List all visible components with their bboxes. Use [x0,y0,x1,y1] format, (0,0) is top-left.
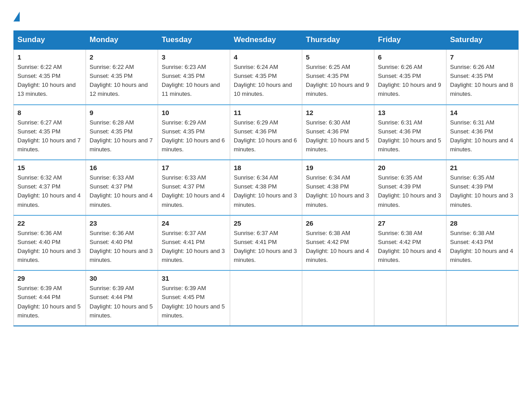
calendar-day-cell: 28 Sunrise: 6:38 AMSunset: 4:43 PMDaylig… [446,215,519,271]
calendar-day-cell: 23 Sunrise: 6:36 AMSunset: 4:40 PMDaylig… [86,215,158,271]
calendar-day-cell: 24 Sunrise: 6:37 AMSunset: 4:41 PMDaylig… [158,215,230,271]
day-number: 10 [162,109,226,116]
calendar-day-cell [302,270,374,326]
weekday-header-wednesday: Wednesday [230,31,302,50]
calendar-day-cell: 18 Sunrise: 6:34 AMSunset: 4:38 PMDaylig… [230,160,302,215]
day-number: 11 [234,109,298,116]
day-number: 27 [378,219,442,227]
weekday-header-thursday: Thursday [302,31,374,50]
day-info: Sunrise: 6:26 AMSunset: 4:35 PMDaylight:… [450,64,513,97]
weekday-header-sunday: Sunday [14,31,86,50]
logo-triangle-icon [13,12,20,21]
weekday-header-monday: Monday [86,31,158,50]
day-info: Sunrise: 6:32 AMSunset: 4:37 PMDaylight:… [17,174,81,208]
day-info: Sunrise: 6:26 AMSunset: 4:35 PMDaylight:… [378,64,441,97]
day-info: Sunrise: 6:37 AMSunset: 4:41 PMDaylight:… [234,230,297,263]
day-number: 17 [162,164,226,171]
day-number: 2 [90,53,154,61]
weekday-header-saturday: Saturday [446,31,519,50]
calendar-day-cell: 5 Sunrise: 6:25 AMSunset: 4:35 PMDayligh… [302,49,374,105]
day-info: Sunrise: 6:39 AMSunset: 4:44 PMDaylight:… [17,285,81,318]
day-number: 1 [17,53,82,61]
calendar-week-row: 22 Sunrise: 6:36 AMSunset: 4:40 PMDaylig… [14,215,519,271]
day-info: Sunrise: 6:28 AMSunset: 4:35 PMDaylight:… [90,119,153,153]
day-info: Sunrise: 6:31 AMSunset: 4:36 PMDaylight:… [450,119,513,153]
calendar-day-cell: 25 Sunrise: 6:37 AMSunset: 4:41 PMDaylig… [230,215,302,271]
day-info: Sunrise: 6:25 AMSunset: 4:35 PMDaylight:… [306,64,369,97]
calendar-day-cell: 13 Sunrise: 6:31 AMSunset: 4:36 PMDaylig… [374,105,446,160]
calendar-day-cell: 15 Sunrise: 6:32 AMSunset: 4:37 PMDaylig… [14,160,86,215]
day-info: Sunrise: 6:30 AMSunset: 4:36 PMDaylight:… [306,119,369,153]
calendar-day-cell: 12 Sunrise: 6:30 AMSunset: 4:36 PMDaylig… [302,105,374,160]
day-info: Sunrise: 6:34 AMSunset: 4:38 PMDaylight:… [234,174,297,208]
day-info: Sunrise: 6:35 AMSunset: 4:39 PMDaylight:… [378,174,441,208]
weekday-header-row: SundayMondayTuesdayWednesdayThursdayFrid… [14,31,519,50]
day-number: 30 [90,274,154,282]
calendar-day-cell: 14 Sunrise: 6:31 AMSunset: 4:36 PMDaylig… [446,105,519,160]
calendar-day-cell: 3 Sunrise: 6:23 AMSunset: 4:35 PMDayligh… [158,49,230,105]
weekday-header-friday: Friday [374,31,446,50]
day-number: 28 [450,219,515,227]
day-number: 5 [306,53,370,61]
calendar-day-cell: 31 Sunrise: 6:39 AMSunset: 4:45 PMDaylig… [158,270,230,326]
calendar-day-cell: 20 Sunrise: 6:35 AMSunset: 4:39 PMDaylig… [374,160,446,215]
day-info: Sunrise: 6:22 AMSunset: 4:35 PMDaylight:… [17,64,76,97]
day-number: 15 [17,164,82,171]
calendar-day-cell: 26 Sunrise: 6:38 AMSunset: 4:42 PMDaylig… [302,215,374,271]
day-number: 24 [162,219,226,227]
day-info: Sunrise: 6:34 AMSunset: 4:38 PMDaylight:… [306,174,369,208]
day-info: Sunrise: 6:33 AMSunset: 4:37 PMDaylight:… [90,174,153,208]
calendar-week-row: 1 Sunrise: 6:22 AMSunset: 4:35 PMDayligh… [14,49,519,105]
calendar-day-cell: 1 Sunrise: 6:22 AMSunset: 4:35 PMDayligh… [14,49,86,105]
day-number: 26 [306,219,370,227]
calendar-day-cell: 29 Sunrise: 6:39 AMSunset: 4:44 PMDaylig… [14,270,86,326]
day-info: Sunrise: 6:33 AMSunset: 4:37 PMDaylight:… [162,174,225,208]
calendar-day-cell: 6 Sunrise: 6:26 AMSunset: 4:35 PMDayligh… [374,49,446,105]
calendar-day-cell: 22 Sunrise: 6:36 AMSunset: 4:40 PMDaylig… [14,215,86,271]
calendar-day-cell: 30 Sunrise: 6:39 AMSunset: 4:44 PMDaylig… [86,270,158,326]
page-header [13,9,519,21]
day-number: 21 [450,164,515,171]
day-number: 6 [378,53,442,61]
calendar-table: SundayMondayTuesdayWednesdayThursdayFrid… [13,30,519,326]
day-number: 25 [234,219,298,227]
day-number: 19 [306,164,370,171]
day-number: 3 [162,53,226,61]
day-number: 16 [90,164,154,171]
day-number: 12 [306,109,370,116]
day-info: Sunrise: 6:24 AMSunset: 4:35 PMDaylight:… [234,64,292,97]
calendar-week-row: 15 Sunrise: 6:32 AMSunset: 4:37 PMDaylig… [14,160,519,215]
calendar-week-row: 8 Sunrise: 6:27 AMSunset: 4:35 PMDayligh… [14,105,519,160]
calendar-day-cell: 8 Sunrise: 6:27 AMSunset: 4:35 PMDayligh… [14,105,86,160]
day-info: Sunrise: 6:31 AMSunset: 4:36 PMDaylight:… [378,119,441,153]
logo [13,9,20,21]
day-info: Sunrise: 6:27 AMSunset: 4:35 PMDaylight:… [17,119,81,153]
calendar-day-cell: 11 Sunrise: 6:29 AMSunset: 4:36 PMDaylig… [230,105,302,160]
calendar-day-cell: 7 Sunrise: 6:26 AMSunset: 4:35 PMDayligh… [446,49,519,105]
calendar-day-cell: 19 Sunrise: 6:34 AMSunset: 4:38 PMDaylig… [302,160,374,215]
day-info: Sunrise: 6:29 AMSunset: 4:35 PMDaylight:… [162,119,225,153]
day-info: Sunrise: 6:36 AMSunset: 4:40 PMDaylight:… [90,230,153,263]
calendar-day-cell: 2 Sunrise: 6:22 AMSunset: 4:35 PMDayligh… [86,49,158,105]
day-number: 20 [378,164,442,171]
calendar-day-cell [446,270,519,326]
day-number: 18 [234,164,298,171]
day-info: Sunrise: 6:23 AMSunset: 4:35 PMDaylight:… [162,64,220,97]
calendar-day-cell: 9 Sunrise: 6:28 AMSunset: 4:35 PMDayligh… [86,105,158,160]
day-info: Sunrise: 6:37 AMSunset: 4:41 PMDaylight:… [162,230,225,263]
day-number: 31 [162,274,226,282]
calendar-day-cell [374,270,446,326]
calendar-day-cell: 21 Sunrise: 6:35 AMSunset: 4:39 PMDaylig… [446,160,519,215]
day-number: 23 [90,219,154,227]
day-info: Sunrise: 6:38 AMSunset: 4:42 PMDaylight:… [378,230,441,263]
day-info: Sunrise: 6:38 AMSunset: 4:43 PMDaylight:… [450,230,513,263]
day-info: Sunrise: 6:38 AMSunset: 4:42 PMDaylight:… [306,230,369,263]
day-info: Sunrise: 6:36 AMSunset: 4:40 PMDaylight:… [17,230,81,263]
day-number: 8 [17,109,82,116]
day-info: Sunrise: 6:35 AMSunset: 4:39 PMDaylight:… [450,174,513,208]
day-number: 14 [450,109,515,116]
day-number: 7 [450,53,515,61]
day-info: Sunrise: 6:39 AMSunset: 4:45 PMDaylight:… [162,285,225,318]
calendar-day-cell: 27 Sunrise: 6:38 AMSunset: 4:42 PMDaylig… [374,215,446,271]
day-number: 22 [17,219,82,227]
